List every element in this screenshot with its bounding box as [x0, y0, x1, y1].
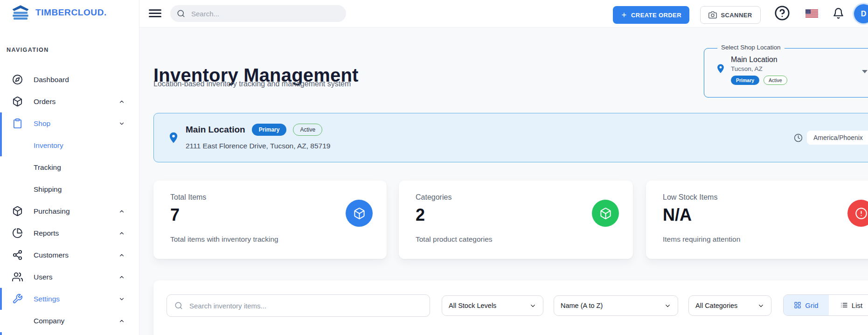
- stat-label: Categories: [416, 193, 451, 202]
- stat-description: Total product categories: [416, 235, 493, 244]
- search-icon: [174, 301, 183, 310]
- search-icon: [177, 9, 185, 18]
- list-icon: [840, 301, 848, 309]
- location-name: Main Location: [186, 125, 245, 135]
- inventory-filter-bar: All Stock Levels Name (A to Z) All Categ…: [153, 280, 868, 335]
- scanner-button[interactable]: SCANNER: [700, 6, 761, 24]
- us-flag-icon[interactable]: [806, 9, 818, 18]
- notifications-bell-icon[interactable]: [833, 7, 844, 19]
- avatar-initial: D: [861, 10, 867, 18]
- chevron-up-icon: [118, 208, 125, 215]
- stat-card-low-stock: Low Stock Items N/A Items requiring atte…: [646, 181, 868, 259]
- clipboard-icon: [12, 118, 23, 129]
- chevron-up-icon: [118, 274, 125, 280]
- sidebar-item-settings[interactable]: Settings: [0, 288, 139, 310]
- compass-icon: [12, 74, 23, 85]
- selected-location-name: Main Location: [731, 56, 778, 64]
- sidebar-item-inventory[interactable]: Inventory: [0, 134, 139, 156]
- sidebar-item-label: Company: [34, 317, 64, 325]
- package-icon: [12, 206, 23, 216]
- active-badge: Active: [293, 124, 322, 136]
- list-view-label: List: [852, 301, 862, 309]
- sidebar-item-tracking[interactable]: Tracking: [0, 156, 139, 178]
- topbar: CREATE ORDER SCANNER D: [139, 0, 868, 28]
- dropdown-caret-icon: [862, 70, 868, 73]
- sort-select[interactable]: Name (A to Z): [554, 295, 678, 316]
- nav-section-label: NAVIGATION: [7, 47, 49, 53]
- inventory-search-input[interactable]: [188, 301, 422, 310]
- stat-description: Total items with inventory tracking: [170, 235, 278, 244]
- package-icon: [12, 96, 23, 107]
- sidebar-item-label: Users: [34, 273, 52, 281]
- sidebar-item-shop[interactable]: Shop: [0, 112, 139, 134]
- user-avatar[interactable]: D: [854, 4, 868, 23]
- sidebar-item-label: Shop: [34, 119, 50, 128]
- chevron-down-icon: [118, 296, 125, 302]
- sidebar: TIMBERCLOUD. NAVIGATION Dashboard Orders…: [0, 0, 139, 335]
- scanner-label: SCANNER: [721, 12, 752, 19]
- global-search: [170, 5, 346, 22]
- pie-chart-icon: [12, 228, 23, 238]
- shop-location-select-label: Select Shop Location: [717, 44, 785, 51]
- chevron-down-icon: [664, 302, 671, 309]
- chevron-up-icon: [118, 318, 125, 324]
- stat-value: 7: [170, 205, 180, 225]
- stat-value: 2: [416, 205, 425, 225]
- menu-toggle-icon[interactable]: [149, 9, 161, 17]
- sidebar-item-reports[interactable]: Reports: [0, 222, 139, 244]
- sidebar-item-company[interactable]: Company: [0, 310, 139, 332]
- grid-view-button[interactable]: Grid: [784, 295, 829, 315]
- global-search-input[interactable]: [190, 9, 340, 18]
- sidebar-item-dashboard[interactable]: Dashboard: [0, 69, 139, 91]
- clock-icon: [794, 133, 803, 142]
- primary-badge: Primary: [731, 76, 759, 85]
- package-icon: [592, 200, 619, 227]
- sidebar-item-label: Shipping: [34, 185, 62, 194]
- sidebar-item-shipping[interactable]: Shipping: [0, 178, 139, 200]
- stat-description: Items requiring attention: [663, 235, 740, 244]
- list-view-button[interactable]: List: [829, 295, 868, 315]
- sidebar-item-label: Dashboard: [34, 76, 69, 84]
- help-icon[interactable]: [774, 5, 790, 21]
- category-select[interactable]: All Categories: [688, 295, 771, 316]
- sidebar-item-customers[interactable]: Customers: [0, 244, 139, 266]
- share-icon: [12, 250, 23, 260]
- map-pin-icon: [167, 132, 180, 144]
- brand-logo[interactable]: TIMBERCLOUD.: [11, 4, 107, 21]
- shop-location-select[interactable]: Select Shop Location Main Location Tucso…: [704, 48, 868, 98]
- sidebar-item-label: Settings: [34, 295, 60, 303]
- chevron-up-icon: [118, 252, 125, 258]
- sort-value: Name (A to Z): [561, 302, 603, 309]
- main-content: Inventory Management Location-based inve…: [139, 28, 868, 335]
- stat-label: Total Items: [170, 193, 206, 202]
- sidebar-item-purchasing[interactable]: Purchasing: [0, 200, 139, 222]
- sidebar-nav: Dashboard Orders Shop Inventory Tracking…: [0, 69, 139, 332]
- users-icon: [12, 272, 23, 282]
- plus-icon: [621, 12, 627, 18]
- sidebar-item-label: Inventory: [34, 141, 63, 150]
- category-value: All Categories: [695, 302, 737, 309]
- alert-circle-icon: [847, 200, 868, 227]
- sidebar-item-orders[interactable]: Orders: [0, 91, 139, 112]
- camera-icon: [708, 11, 717, 19]
- inventory-search: [167, 294, 430, 317]
- brand-name: TIMBERCLOUD.: [35, 7, 107, 18]
- sidebar-item-label: Reports: [34, 229, 59, 237]
- stock-level-value: All Stock Levels: [449, 302, 496, 309]
- chevron-up-icon: [118, 230, 125, 237]
- active-badge: Active: [764, 76, 787, 85]
- location-banner: Main Location Primary Active 2111 East F…: [153, 113, 868, 162]
- stat-value: N/A: [663, 205, 692, 225]
- sidebar-item-users[interactable]: Users: [0, 266, 139, 288]
- grid-icon: [794, 301, 801, 309]
- chevron-down-icon: [757, 302, 764, 309]
- selected-location-city: Tucson, AZ: [731, 65, 763, 72]
- view-toggle: Grid List: [783, 294, 868, 316]
- timezone-chip: America/Phoenix: [807, 131, 868, 145]
- create-order-button[interactable]: CREATE ORDER: [613, 6, 689, 24]
- stat-card-categories: Categories 2 Total product categories: [399, 181, 633, 259]
- create-order-label: CREATE ORDER: [631, 12, 681, 19]
- stock-level-select[interactable]: All Stock Levels: [442, 295, 543, 316]
- chevron-down-icon: [529, 302, 536, 309]
- chevron-up-icon: [118, 98, 125, 105]
